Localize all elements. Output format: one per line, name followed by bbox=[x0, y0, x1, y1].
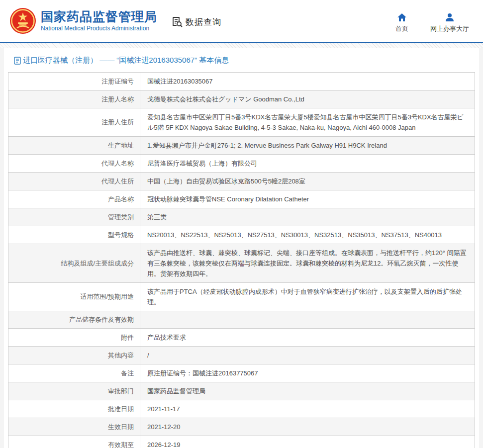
row-value: 该产品用于PTCA（经皮冠状动脉腔内成形术）中对于血管狭窄病变进行扩张治疗，以及… bbox=[140, 283, 475, 311]
row-value: NS20013、NS22513、NS25013、NS27513、NS30013、… bbox=[140, 226, 475, 244]
table-row: 有效期至2026-12-19 bbox=[8, 436, 475, 448]
data-query-icon bbox=[171, 16, 183, 28]
data-query-label: 数据查询 bbox=[186, 16, 221, 28]
row-label-text: 注册人名称 bbox=[101, 94, 134, 104]
row-value: 2021-11-17 bbox=[140, 400, 475, 418]
header-nav: 首页 网上办事大厅 bbox=[395, 12, 469, 33]
table-row: 生效日期2021-12-20 bbox=[8, 418, 475, 436]
row-label: 附件 bbox=[8, 329, 140, 346]
row-value: 戈德曼株式会社株式会社グッドマン Goodman Co.,Ltd bbox=[140, 90, 475, 108]
table-row: 批准日期2021-11-17 bbox=[8, 400, 475, 418]
nav-service-hall[interactable]: 网上办事大厅 bbox=[430, 12, 469, 33]
row-label: 型号规格 bbox=[8, 226, 140, 244]
table-row: 注册证编号国械注进20163035067 bbox=[8, 73, 475, 90]
row-value-text: 产品技术要求 bbox=[147, 332, 467, 343]
row-value-text: 2026-12-19 bbox=[147, 440, 467, 448]
page-title: 进口医疗器械（注册） —— “国械注进20163035067” 基本信息 bbox=[23, 56, 229, 65]
table-row: 审批部门国家药品监督管理局 bbox=[8, 382, 475, 400]
row-label-text: 生效日期 bbox=[108, 422, 134, 432]
row-label-text: 备注 bbox=[121, 368, 134, 378]
table-row: 生产地址1.爱知县濑户市井户金町276-1; 2. Mervue Busines… bbox=[8, 137, 475, 155]
row-value: 冠状动脉棘突球囊导管NSE Coronary Dilatation Cathet… bbox=[140, 190, 475, 208]
page-title-bar: 进口医疗器械（注册） —— “国械注进20163035067” 基本信息 bbox=[8, 54, 475, 70]
site-logo[interactable]: 国家药品监督管理局 National Medical Products Admi… bbox=[10, 8, 157, 34]
row-value: 产品技术要求 bbox=[140, 329, 475, 346]
row-label-text: 产品储存条件及有效期 bbox=[69, 315, 134, 325]
row-value: 爱知县名古屋市中区荣四丁目5番3号KDX名古屋荣大厦5楼爱知县名古屋市中区栄四丁… bbox=[140, 108, 475, 136]
row-value-text: 2021-11-17 bbox=[147, 404, 467, 414]
row-label: 注册证编号 bbox=[8, 73, 140, 90]
table-row: 备注原注册证编号：国械注进20163775067 bbox=[8, 364, 475, 382]
row-label-text: 生产地址 bbox=[108, 141, 134, 151]
table-row: 其他内容/ bbox=[8, 347, 475, 364]
hatch-band bbox=[0, 43, 483, 48]
row-label-text: 代理人住所 bbox=[101, 177, 134, 186]
row-value: 原注册证编号：国械注进20163775067 bbox=[140, 364, 475, 382]
table-row: 结构及组成/主要组成成分该产品由推送杆、球囊、棘突棱、球囊标记、尖端、接口座等组… bbox=[8, 244, 475, 283]
row-value: 2021-12-20 bbox=[140, 418, 475, 436]
org-name-cn: 国家药品监督管理局 bbox=[41, 10, 157, 24]
row-label: 注册人名称 bbox=[8, 90, 140, 108]
row-value: / bbox=[140, 347, 475, 364]
table-row: 产品名称冠状动脉棘突球囊导管NSE Coronary Dilatation Ca… bbox=[8, 190, 475, 208]
nav-service-hall-label: 网上办事大厅 bbox=[430, 24, 469, 33]
row-value bbox=[140, 311, 475, 328]
row-value: 中国（上海）自由贸易试验区冰克路500号5幢2层208室 bbox=[140, 173, 475, 190]
row-label-text: 有效期至 bbox=[108, 440, 134, 448]
data-query-section[interactable]: 数据查询 bbox=[171, 16, 221, 28]
main-content: 进口医疗器械（注册） —— “国械注进20163035067” 基本信息 注册证… bbox=[4, 48, 479, 448]
table-row: 注册人名称戈德曼株式会社株式会社グッドマン Goodman Co.,Ltd bbox=[8, 90, 475, 108]
row-value-text: 第三类 bbox=[147, 212, 467, 222]
row-value-text: 国械注进20163035067 bbox=[147, 76, 467, 87]
person-icon bbox=[445, 12, 455, 22]
row-value-text: 中国（上海）自由贸易试验区冰克路500号5幢2层208室 bbox=[147, 176, 467, 186]
row-label: 审批部门 bbox=[8, 382, 140, 400]
row-label-text: 其他内容 bbox=[108, 351, 134, 360]
document-icon bbox=[14, 57, 21, 65]
row-label-text: 附件 bbox=[121, 333, 134, 343]
nav-home[interactable]: 首页 bbox=[395, 12, 408, 33]
row-value: 第三类 bbox=[140, 208, 475, 226]
row-value-text: 爱知县名古屋市中区荣四丁目5番3号KDX名古屋荣大厦5楼爱知县名古屋市中区栄四丁… bbox=[147, 112, 467, 133]
national-emblem-icon bbox=[10, 8, 36, 34]
row-label: 有效期至 bbox=[8, 436, 140, 448]
row-label-text: 适用范围/预期用途 bbox=[80, 292, 134, 302]
info-table: 注册证编号国械注进20163035067注册人名称戈德曼株式会社株式会社グッドマ… bbox=[8, 72, 475, 448]
row-label: 管理类别 bbox=[8, 208, 140, 226]
row-label: 注册人住所 bbox=[8, 108, 140, 136]
row-value-text: 国家药品监督管理局 bbox=[147, 386, 467, 396]
table-row: 代理人名称尼普洛医疗器械贸易（上海）有限公司 bbox=[8, 155, 475, 173]
site-header: 国家药品监督管理局 National Medical Products Admi… bbox=[0, 0, 483, 42]
row-value-text: 尼普洛医疗器械贸易（上海）有限公司 bbox=[147, 158, 467, 169]
table-row: 产品储存条件及有效期 bbox=[8, 311, 475, 329]
table-row: 代理人住所中国（上海）自由贸易试验区冰克路500号5幢2层208室 bbox=[8, 173, 475, 190]
row-label-text: 代理人名称 bbox=[101, 159, 134, 169]
row-label-text: 审批部门 bbox=[108, 386, 134, 396]
org-name-en: National Medical Products Administration bbox=[41, 25, 157, 32]
table-row: 适用范围/预期用途该产品用于PTCA（经皮冠状动脉腔内成形术）中对于血管狭窄病变… bbox=[8, 283, 475, 311]
row-label: 代理人名称 bbox=[8, 155, 140, 172]
row-label: 备注 bbox=[8, 364, 140, 382]
row-label-text: 型号规格 bbox=[108, 230, 134, 240]
home-icon bbox=[397, 12, 407, 22]
row-value-text: 冠状动脉棘突球囊导管NSE Coronary Dilatation Cathet… bbox=[147, 194, 467, 204]
row-value: 国械注进20163035067 bbox=[140, 73, 475, 90]
row-value: 该产品由推送杆、球囊、棘突棱、球囊标记、尖端、接口座等组成。在球囊表面，与推送杆… bbox=[140, 244, 475, 282]
row-value-text: 该产品用于PTCA（经皮冠状动脉腔内成形术）中对于血管狭窄病变进行扩张治疗，以及… bbox=[147, 286, 467, 307]
row-label: 批准日期 bbox=[8, 400, 140, 418]
table-row: 型号规格NS20013、NS22513、NS25013、NS27513、NS30… bbox=[8, 226, 475, 244]
row-label: 代理人住所 bbox=[8, 173, 140, 190]
row-label-text: 注册证编号 bbox=[101, 77, 134, 87]
row-label-text: 管理类别 bbox=[108, 212, 134, 222]
row-value: 1.爱知县濑户市井户金町276-1; 2. Mervue Business Pa… bbox=[140, 137, 475, 154]
row-value: 2026-12-19 bbox=[140, 436, 475, 448]
table-row: 附件产品技术要求 bbox=[8, 329, 475, 347]
row-label-text: 批准日期 bbox=[108, 404, 134, 414]
row-value-text: 原注册证编号：国械注进20163775067 bbox=[147, 368, 467, 378]
row-label: 产品名称 bbox=[8, 190, 140, 208]
row-label-text: 产品名称 bbox=[108, 194, 134, 204]
row-label: 结构及组成/主要组成成分 bbox=[8, 244, 140, 282]
nav-home-label: 首页 bbox=[395, 24, 408, 33]
table-row: 管理类别第三类 bbox=[8, 208, 475, 226]
row-label: 适用范围/预期用途 bbox=[8, 283, 140, 311]
